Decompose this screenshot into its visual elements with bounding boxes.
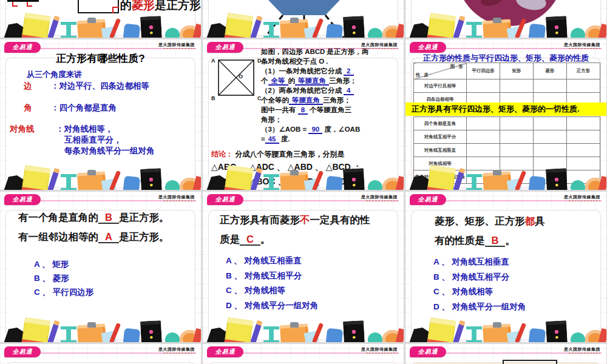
company-tagline [163, 48, 195, 49]
text-segment: （2）两条对角线把它分成 [261, 87, 344, 94]
text-segment: 全等 [268, 77, 288, 86]
comparison-table: 图 形性 质平行四边形矩形菱形正方形对边平行且相等四条边都相等 [413, 62, 600, 106]
slide-thumbnail-diagonal-question[interactable]: A D B C O 如图，四边形 ABCD 是正方形，两 条对角线相交于点 O … [203, 39, 404, 190]
text-segment: B [485, 235, 506, 247]
property-line: ：对角线相等， [56, 124, 155, 135]
highlight-banner: 正方形具有平行四边形、矩形、菱形的一切性质. [405, 103, 606, 116]
option-item: C 、 平行四边形 [34, 285, 93, 299]
text-segment: 质是 [220, 234, 240, 244]
text-segment: C [240, 234, 260, 246]
vertex-label: B [211, 95, 215, 101]
slide-header: 全易通星火国际传媒集团 [203, 39, 404, 56]
brand-logo-badge: 全易通 [207, 42, 243, 53]
text-segment: 图中一共有 [261, 106, 298, 113]
text-segment: 45 [265, 135, 279, 144]
angle-tick-icon [12, 2, 18, 7]
center-label: O [239, 73, 243, 79]
text-segment: 有一组邻边相等的 [18, 231, 98, 242]
question-line: （1）一条对角线把它分成 2 [261, 66, 369, 76]
property-label: 对角线 [5, 124, 56, 157]
slide-header: 全易通星火国际传媒集团 [0, 344, 201, 361]
slide-thumbnail-next-2[interactable]: 全易通星火国际传媒集团 [203, 344, 404, 364]
text-segment: 菱形 [132, 0, 155, 12]
text-segment: 有一个角是直角的 [18, 212, 98, 223]
quiz-options: A 、 对角线互相垂直B 、 对角线互相平分C 、 对角线相等D 、 对角线平分… [226, 254, 318, 313]
company-name: 星火国际传媒集团 [361, 195, 398, 201]
angle-tick-icon [27, 2, 32, 7]
brand-logo-badge: 全易通 [4, 42, 41, 53]
table-row-label: 对边平行且相等 [414, 79, 467, 93]
slide-thumbnail-next-1[interactable]: 全易通星火国际传媒集团 [0, 344, 201, 364]
quiz-line: 有一个角是直角的B是正方形。 [18, 207, 169, 227]
slide-sorter-board: 的菱形是正方形 全易通星火国际传媒集团 全易通星火国际传媒集团 全易通星火国际传… [0, 0, 606, 364]
option-item: D 、 对角线平分一组对角 [433, 300, 526, 315]
company-tagline [163, 200, 195, 201]
text-segment: △AOB 、 △BOC 、 △COD 、 △DOA. [211, 177, 355, 186]
text-segment: 个 [261, 77, 268, 84]
table-row-label: 每条对角线平分一组对角 [414, 170, 467, 184]
table-row-label: 对角线相等 [414, 157, 467, 170]
brand-logo-badge: 全易通 [207, 346, 243, 357]
company-tagline [569, 200, 600, 201]
quiz-line: 有一组邻边相等的A是正方形。 [18, 227, 169, 246]
text-segment: 是正方形。 [119, 212, 169, 223]
property-line: 每条对角线平分一组对角 [64, 146, 155, 157]
table-empty-cell [467, 130, 500, 144]
slide-thumbnail-quiz-right-angle[interactable]: 有一个角是直角的B是正方形。 有一组邻边相等的A是正方形。 A 、 矩形B 、 … [0, 192, 201, 342]
company-tagline [569, 352, 600, 354]
triangle-list-line: △AOB 、 △BOC 、 △COD 、 △DOA. [211, 174, 362, 189]
text-segment: 分成八个等腰直角三角形，分别是 [233, 150, 344, 158]
text-segment: 是正方形。 [119, 231, 169, 242]
text-segment: 。 [505, 235, 515, 246]
table-empty-cell [500, 130, 534, 144]
property-label: 边 [5, 81, 51, 92]
slide-thumbnail-square-properties[interactable]: 正方形有哪些性质? 从三个角度来讲 边 ：对边平行、四条边都相等 角 ：四个角都… [0, 39, 201, 190]
text-segment: 8 [298, 106, 308, 115]
table-empty-cell [567, 117, 600, 130]
text-segment: 有的性质是 [435, 235, 485, 246]
square-abcd-diagram: A D B C O [209, 54, 267, 106]
property-line: 互相垂直平分， [64, 135, 155, 146]
text-segment: 个等腰直角三 [308, 106, 351, 113]
comparison-table: 四个角都是直角对角线互相平分对角线互相垂直对角线相等每条对角线平分一组对角 [413, 116, 600, 184]
company-tagline [366, 352, 398, 354]
company-name: 星火国际传媒集团 [361, 42, 398, 49]
slide-row-2: 正方形有哪些性质? 从三个角度来讲 边 ：对边平行、四条边都相等 角 ：四个角都… [0, 39, 606, 190]
company-name: 星火国际传媒集团 [564, 42, 600, 49]
table-empty-cell [500, 157, 534, 170]
conclusion-line: 结论： 分成八个等腰直角三角形，分别是 [211, 149, 362, 160]
quiz-options: A 、 对角线互相垂直B 、 对角线互相平分C 、 对角线相等D 、 对角线平分… [433, 255, 526, 314]
text-segment: （1）一条对角线把它分成 [261, 67, 344, 75]
ellipse-shape [480, 0, 504, 8]
table-empty-cell [467, 170, 500, 184]
quiz-statement: 有一个角是直角的B是正方形。 有一组邻边相等的A是正方形。 [18, 207, 169, 246]
table-empty-cell [534, 79, 567, 93]
text-segment: 度，∠OAB [322, 126, 360, 133]
table-empty-cell [567, 157, 600, 170]
slide-thumbnail-next-3[interactable]: 全易通星火国际传媒集团 [405, 344, 606, 364]
question-line: 条对角线相交于点 O . [261, 56, 369, 66]
slide-thumbnail-quiz-all-shapes[interactable]: 菱形、矩形、正方形都具 有的性质是B。 A 、 对角线互相垂直B 、 对角线互相… [405, 192, 606, 342]
slide-thumbnail-circle[interactable]: 全易通星火国际传媒集团 [405, 0, 606, 38]
property-text: ：四个角都是直角 [51, 103, 117, 113]
company-name: 星火国际传媒集团 [158, 42, 195, 49]
brand-logo-badge: 全易通 [410, 42, 446, 53]
option-item: A 、 对角线互相垂直 [226, 254, 318, 269]
slide-thumbnail-comparison-table[interactable]: 正方形的性质与平行四边形、矩形、菱形的性质 图 形性 质平行四边形矩形菱形正方形… [405, 39, 606, 190]
slide-thumbnail-pyramid[interactable]: 全易通星火国际传媒集团 [203, 0, 404, 38]
brand-logo-badge: 全易通 [410, 346, 446, 357]
table-empty-cell [534, 130, 567, 144]
right-angle-icon [112, 7, 119, 13]
question-text-block: 如图，四边形 ABCD 是正方形，两 条对角线相交于点 O . （1）一条对角线… [261, 47, 369, 144]
triangle-list-line: △ABC 、 △ADC 、 △ABD 、 △BCD ； [211, 160, 362, 174]
slide-thumbnail-quiz-rhombus[interactable]: 正方形具有而菱形不一定具有的性 质是C。 A 、 对角线互相垂直B 、 对角线互… [203, 192, 404, 342]
quiz-line: 质是C。 [220, 229, 370, 249]
slide-thumbnail-rhombus-square[interactable]: 的菱形是正方形 全易通星火国际传媒集团 [0, 0, 201, 38]
slide-row-3: 有一个角是直角的B是正方形。 有一组邻边相等的A是正方形。 A 、 矩形B 、 … [0, 192, 606, 342]
table-empty-cell [567, 79, 600, 93]
table-empty-cell [467, 117, 500, 130]
question-line: 个全等的等腰直角三角形； [261, 95, 369, 105]
text-segment: △ABC 、 △ADC 、 △ABD 、 △BCD ； [211, 162, 362, 172]
company-tagline [163, 352, 195, 354]
property-text: ：对角线相等， 互相垂直平分， 每条对角线平分一组对角 [56, 124, 155, 157]
